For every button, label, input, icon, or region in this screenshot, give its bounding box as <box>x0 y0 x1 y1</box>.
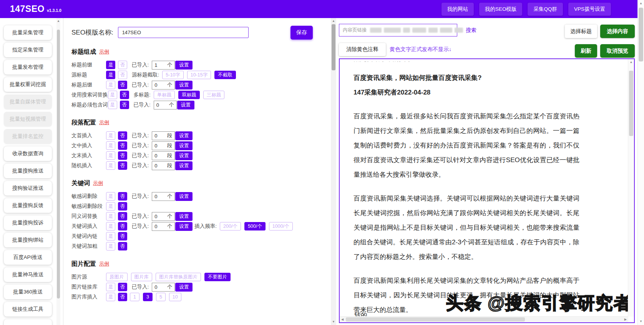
scroll-up-icon[interactable]: ▲ <box>56 19 60 23</box>
editor-scrollbar-thumb[interactable] <box>332 24 335 70</box>
scroll-right-icon[interactable]: ▶ <box>624 317 627 322</box>
scroll-up-icon[interactable]: ▲ <box>638 1 644 6</box>
sidebar-item[interactable]: 百度API推送 <box>4 250 52 265</box>
sidebar-item-partial[interactable] <box>4 319 52 325</box>
no-toggle[interactable]: 否 <box>118 151 127 160</box>
option-button[interactable]: 10 <box>169 293 181 301</box>
yes-toggle[interactable]: 是 <box>106 202 115 211</box>
option-button[interactable]: 图片库替换原图片 <box>156 273 201 281</box>
yes-toggle[interactable]: 是 <box>108 101 117 109</box>
yes-toggle[interactable]: 是 <box>106 161 115 170</box>
nav-item-1[interactable]: 我的网站 <box>442 3 474 16</box>
yes-toggle[interactable]: 是 <box>106 212 115 221</box>
set-button[interactable]: 设置 <box>175 222 193 231</box>
option-button[interactable]: 1 <box>130 293 139 301</box>
nav-item-4[interactable]: VPS拨号设置 <box>568 3 611 16</box>
example-link[interactable]: 示例 <box>99 260 109 267</box>
set-button[interactable]: 设置 <box>175 192 193 201</box>
option-button[interactable]: 不截取 <box>214 71 236 79</box>
sidebar-item[interactable]: 批量360推送 <box>4 285 52 299</box>
imported-count-input[interactable]: 0段 <box>152 161 175 170</box>
no-toggle[interactable]: 否 <box>118 212 127 221</box>
no-toggle[interactable]: 否 <box>118 161 127 170</box>
yes-toggle[interactable]: 是 <box>106 151 115 160</box>
clear-yellow-notes-button[interactable]: 清除黄色注释 <box>339 43 386 56</box>
yes-toggle[interactable]: 是 <box>106 192 115 201</box>
no-toggle[interactable]: 否 <box>118 192 127 201</box>
save-button[interactable]: 保存 <box>290 26 313 40</box>
set-button[interactable]: 设置 <box>175 81 193 90</box>
set-button[interactable]: 设置 <box>175 131 193 140</box>
no-toggle[interactable]: 否 <box>118 242 127 250</box>
option-button[interactable]: 单标题 <box>154 91 175 99</box>
imported-count-input[interactable]: 0个 <box>152 283 175 292</box>
sidebar-scrollbar-thumb[interactable] <box>57 30 60 298</box>
sidebar-item[interactable]: 批量发布管理 <box>4 60 52 75</box>
no-toggle[interactable]: 否 <box>118 131 127 140</box>
imported-count-input[interactable]: 0个 <box>152 192 175 201</box>
example-link[interactable]: 示例 <box>93 180 103 187</box>
yes-toggle[interactable]: 是 <box>106 293 115 301</box>
set-button[interactable]: 设置 <box>175 212 193 221</box>
imported-count-input[interactable]: 0个 <box>154 101 177 109</box>
no-toggle[interactable]: 否 <box>118 293 127 301</box>
set-button[interactable]: 设置 <box>175 61 193 70</box>
no-toggle[interactable]: 否 <box>118 81 127 89</box>
scroll-down-icon[interactable]: ▼ <box>331 320 336 324</box>
no-toggle[interactable]: 否 <box>118 202 127 211</box>
scroll-up-icon[interactable]: ▲ <box>628 60 634 65</box>
cancel-preview-button[interactable]: 取消预览 <box>600 44 635 58</box>
sidebar-item[interactable]: 链接生成工具 <box>4 302 52 317</box>
option-button[interactable]: 5 <box>156 293 166 301</box>
set-button[interactable]: 设置 <box>175 161 193 170</box>
page-scrollbar-thumb[interactable] <box>639 8 643 61</box>
option-button[interactable]: 3 <box>143 293 153 301</box>
option-button[interactable]: 500/个 <box>244 222 266 230</box>
scroll-up-icon[interactable]: ▲ <box>331 19 336 23</box>
select-title-button[interactable]: 选择标题 <box>565 25 597 38</box>
no-toggle[interactable]: 否 <box>118 232 127 240</box>
option-button[interactable]: 双标题 <box>178 91 200 99</box>
yes-toggle[interactable]: 是 <box>106 81 115 89</box>
imported-count-input[interactable]: 0个 <box>152 212 175 221</box>
yes-toggle[interactable]: 是 <box>106 283 115 291</box>
yes-toggle[interactable]: 是 <box>106 242 115 250</box>
set-button[interactable]: 设置 <box>175 283 193 292</box>
imported-count-input[interactable]: 0个 <box>152 222 175 231</box>
sidebar-item[interactable]: 批量搜狗绑站 <box>4 233 52 247</box>
option-button[interactable]: 原图片 <box>106 273 128 281</box>
no-toggle[interactable]: 否 <box>118 222 127 230</box>
nav-item-3[interactable]: 采集QQ群 <box>528 3 563 16</box>
no-toggle[interactable]: 否 <box>118 61 127 69</box>
set-button[interactable]: 设置 <box>177 101 194 109</box>
imported-count-input[interactable]: 0段 <box>152 141 175 150</box>
search-link[interactable]: 搜索 <box>466 27 476 34</box>
select-content-button[interactable]: 选择内容 <box>600 25 635 38</box>
sidebar-item[interactable]: 批量神马推送 <box>4 267 52 282</box>
yes-toggle[interactable]: 是 <box>106 222 115 230</box>
option-button[interactable]: 不要图片 <box>204 273 231 281</box>
imported-count-input[interactable]: 0段 <box>152 151 175 160</box>
sidebar-item[interactable]: 指定采集管理 <box>4 43 52 57</box>
yes-toggle[interactable]: 是 <box>106 141 115 150</box>
template-name-input[interactable] <box>118 27 249 38</box>
sidebar-item[interactable]: 收录数据查询 <box>4 146 52 161</box>
sidebar-item[interactable]: 批量权重词挖掘 <box>4 77 52 92</box>
yes-toggle[interactable]: 是 <box>106 232 115 240</box>
scroll-left-icon[interactable]: ◀ <box>341 317 344 322</box>
scroll-down-icon[interactable]: ▼ <box>638 319 644 324</box>
imported-count-input[interactable]: 0个 <box>152 81 175 90</box>
refresh-button[interactable]: 刷新 <box>575 44 597 58</box>
sidebar-item[interactable]: 批量搜狗推送 <box>4 164 52 178</box>
sidebar-item[interactable]: 批量搜狗投诉 <box>4 216 52 230</box>
option-button[interactable]: 10-15字 <box>187 71 211 79</box>
option-button[interactable]: 5-10字 <box>162 71 184 79</box>
example-link[interactable]: 示例 <box>99 119 109 126</box>
sidebar-item[interactable]: 搜狗验证推送 <box>4 181 52 196</box>
option-button[interactable]: 1000/个 <box>269 222 293 230</box>
no-toggle[interactable]: 否 <box>118 71 127 79</box>
nav-item-2[interactable]: 我的SEO模版 <box>479 3 523 16</box>
article-vscroll-thumb[interactable] <box>629 71 633 136</box>
set-button[interactable]: 设置 <box>175 151 193 160</box>
no-toggle[interactable]: 否 <box>118 141 127 150</box>
